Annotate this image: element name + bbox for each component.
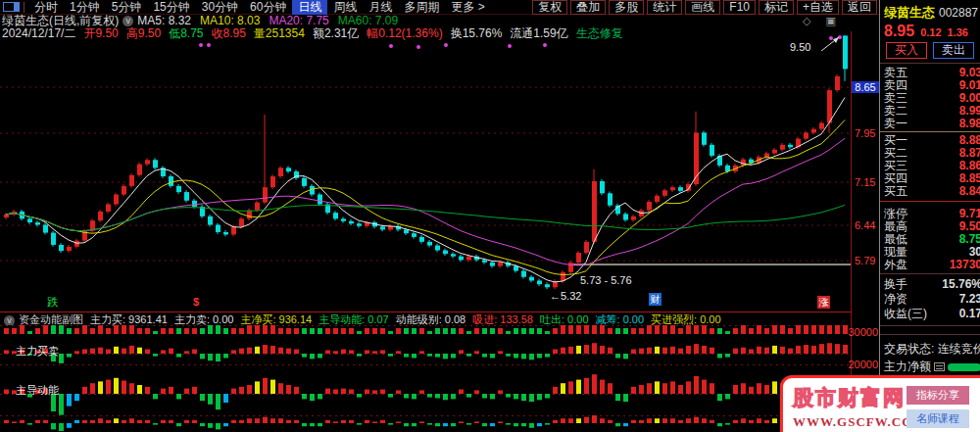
- tool-item-7[interactable]: +自选: [797, 0, 839, 15]
- chart-annotation: 9.50: [790, 41, 810, 53]
- price-axis-label: 7.95: [855, 127, 879, 139]
- tool-item-8[interactable]: 返回: [842, 0, 877, 15]
- stock-name-row: 绿茵生态002887: [884, 3, 978, 22]
- menu-item-4[interactable]: 30分钟: [196, 0, 244, 15]
- indicator-title: 资金动能副图: [19, 313, 83, 325]
- row-label: 现量: [884, 245, 907, 259]
- menu-divider: [24, 2, 24, 13]
- value-token-4: 动能级别: 0.08: [396, 313, 466, 325]
- panel-divider: [880, 334, 980, 335]
- ma-values: MA5: 8.32MA10: 8.03MA20: 7.75MA60: 7.09: [137, 14, 407, 27]
- buy-button[interactable]: 买入: [886, 42, 927, 59]
- watermark-badges: 指标分享 名师课程: [906, 386, 969, 428]
- panel-divider: [880, 273, 980, 274]
- chart-annotation: 5.73 - 5.76: [580, 274, 632, 286]
- bid-row: 买五8.84: [884, 185, 980, 198]
- row-value: 8.98: [959, 118, 980, 130]
- value-token-0: MA5: 8.32: [137, 14, 191, 27]
- row-label: 买二: [884, 146, 907, 160]
- price-axis-label: 5.79: [855, 255, 879, 266]
- row-label: 净资: [884, 292, 907, 306]
- menu-item-5[interactable]: 60分钟: [244, 0, 292, 15]
- info-row: 换手15.76%: [884, 278, 980, 291]
- list-icon[interactable]: [934, 362, 945, 371]
- value-token-1: MA10: 8.03: [200, 14, 260, 27]
- netflow-gauge: [948, 363, 980, 371]
- chart-corner-icons[interactable]: ◇ ▣: [803, 15, 842, 27]
- event-marker-$: $: [193, 296, 199, 309]
- menu-item-1[interactable]: 1分钟: [64, 0, 106, 15]
- window-icon[interactable]: [3, 2, 20, 12]
- value-token-2: MA20: 7.75: [269, 14, 328, 27]
- main-chart[interactable]: [0, 35, 852, 312]
- row-label: 买三: [884, 159, 907, 172]
- row-label: 涨停: [884, 207, 907, 220]
- row-label: 卖一: [884, 117, 907, 130]
- info-row: 净资7.23: [884, 293, 980, 306]
- tool-item-4[interactable]: 画线: [685, 0, 720, 15]
- tool-item-3[interactable]: 统计: [647, 0, 682, 15]
- price-change: 0.12: [920, 26, 941, 38]
- value-token-2: 主净买: 936.14: [240, 313, 312, 325]
- period-menu: 分时1分钟5分钟15分钟30分钟60分钟日线周线月线多周期更多 >: [28, 0, 529, 15]
- tool-item-5[interactable]: F10: [723, 0, 756, 15]
- subpanel-svg: 主力买卖主导动能: [0, 325, 852, 432]
- menu-item-3[interactable]: 15分钟: [147, 0, 195, 15]
- badge-indicator-share[interactable]: 指标分享: [906, 386, 969, 405]
- quote-panel: 绿茵生态002887 8.950.121.36 买入 卖出 卖五9.03卖四9.…: [879, 0, 980, 432]
- menu-item-8[interactable]: 月线: [363, 0, 398, 15]
- chart-title: 绿茵生态(日线,前复权): [2, 14, 119, 27]
- info-row: 收益(三)0.17: [884, 308, 980, 320]
- row-label: 换手: [884, 277, 907, 291]
- value-token-7: 减筹: 0.00: [596, 313, 645, 325]
- indicator-header[interactable]: v资金动能副图主力买: 9361.41主力卖: 0.00主净买: 936.14主…: [0, 312, 852, 325]
- panel-divider: [880, 325, 980, 326]
- row-label: 买四: [884, 171, 907, 185]
- value-token-6: 吐出: 0.00: [540, 313, 589, 325]
- value-token-3: 主导动能: 0.07: [318, 313, 389, 325]
- chart-annotation: ←5.32: [550, 290, 581, 302]
- watermark: 股市财富网 WWW.GSCFW.COM 指标分享 名师课程: [780, 375, 980, 432]
- event-marker-涨: 涨: [817, 296, 830, 309]
- tool-item-6[interactable]: 标记: [759, 0, 794, 15]
- price-axis-label: 6.44: [855, 219, 879, 231]
- info-row: 外盘13730: [884, 259, 980, 271]
- event-marker-财: 财: [649, 293, 662, 306]
- tool-item-2[interactable]: 多股: [609, 0, 644, 15]
- row-value: 7.23: [959, 293, 980, 306]
- menu-item-10[interactable]: 更多 >: [445, 0, 490, 15]
- badge-teacher-course[interactable]: 名师课程: [906, 409, 969, 428]
- svg-text:主力买卖: 主力买卖: [16, 345, 59, 357]
- row-value: 13730: [950, 259, 980, 271]
- trade-status: 交易状态: 连续竞价: [884, 341, 980, 358]
- event-marker-跌: 跌: [47, 296, 58, 309]
- sub-chart[interactable]: 主力买卖主导动能: [0, 325, 852, 432]
- chevron-down-icon[interactable]: v: [4, 315, 15, 325]
- row-label: 最低: [884, 232, 907, 246]
- menu-item-6[interactable]: 日线: [292, 0, 327, 15]
- menu-item-0[interactable]: 分时: [28, 0, 64, 15]
- panel-divider: [880, 131, 980, 132]
- stock-code: 002887: [939, 6, 978, 20]
- row-label: 卖二: [884, 104, 907, 118]
- panel-divider: [880, 201, 980, 202]
- menu-item-9[interactable]: 多周期: [398, 0, 445, 15]
- panel-divider: [880, 63, 980, 64]
- menu-item-7[interactable]: 周线: [327, 0, 363, 15]
- row-label: 卖三: [884, 91, 907, 105]
- main-netflow: 主力净额: [884, 359, 980, 375]
- value-token-5: 吸进: 133.58: [472, 313, 533, 325]
- row-label: 买五: [884, 184, 907, 198]
- price-axis-label: 7.15: [855, 176, 879, 188]
- candlestick-svg: [0, 35, 852, 312]
- value-token-8: 买进强烈: 0.00: [651, 313, 721, 325]
- row-label: 卖四: [884, 78, 907, 92]
- menu-item-2[interactable]: 5分钟: [106, 0, 148, 15]
- row-value: 0.17: [959, 308, 980, 320]
- tool-item-1[interactable]: 叠加: [570, 0, 606, 15]
- chevron-down-icon[interactable]: v: [122, 16, 133, 26]
- row-value: 8.84: [959, 185, 980, 198]
- sell-button[interactable]: 卖出: [933, 42, 974, 59]
- price-row: 8.950.121.36: [884, 23, 968, 40]
- tool-item-0[interactable]: 复权: [532, 0, 567, 15]
